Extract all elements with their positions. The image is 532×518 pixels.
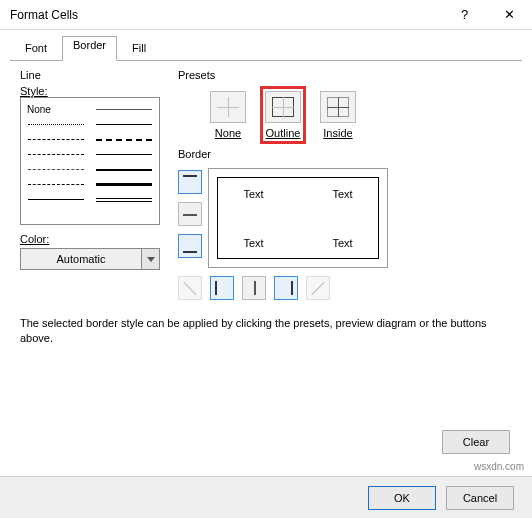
border-right-button[interactable] bbox=[274, 276, 298, 300]
line-style-double[interactable] bbox=[93, 192, 155, 207]
tab-border[interactable]: Border bbox=[62, 36, 117, 61]
line-style-picker[interactable]: None bbox=[20, 97, 160, 225]
line-style-solid[interactable] bbox=[25, 192, 87, 207]
border-diag-down-button[interactable] bbox=[178, 276, 202, 300]
line-style-dashthick[interactable] bbox=[93, 132, 155, 147]
line-style-dash2[interactable] bbox=[25, 162, 87, 177]
window-title: Format Cells bbox=[10, 8, 78, 22]
color-dropdown[interactable]: Automatic bbox=[20, 248, 160, 270]
color-label: Color: bbox=[20, 233, 160, 245]
line-style-solid15b[interactable] bbox=[93, 147, 155, 162]
line-style-dotted[interactable] bbox=[25, 117, 87, 132]
watermark: wsxdn.com bbox=[474, 461, 524, 472]
line-style-solid15[interactable] bbox=[93, 117, 155, 132]
ok-button[interactable]: OK bbox=[368, 486, 436, 510]
chevron-down-icon bbox=[141, 249, 159, 269]
preset-none-icon bbox=[210, 91, 246, 123]
line-style-dash1[interactable] bbox=[25, 147, 87, 162]
tab-bar: Font Border Fill bbox=[0, 30, 532, 61]
tab-fill[interactable]: Fill bbox=[117, 36, 161, 61]
border-hmiddle-button[interactable] bbox=[178, 202, 202, 226]
border-top-button[interactable] bbox=[178, 170, 202, 194]
dialog-footer: OK Cancel bbox=[0, 476, 532, 518]
line-style-solid2[interactable] bbox=[93, 162, 155, 177]
border-left-button[interactable] bbox=[210, 276, 234, 300]
preset-outline-icon bbox=[265, 91, 301, 123]
titlebar: Format Cells ? ✕ bbox=[0, 0, 532, 30]
line-group-label: Line bbox=[20, 69, 160, 81]
line-style-thin[interactable] bbox=[93, 102, 155, 117]
line-style-dotted2[interactable] bbox=[25, 132, 87, 147]
border-vmiddle-button[interactable] bbox=[242, 276, 266, 300]
presets-group-label: Presets bbox=[178, 69, 512, 81]
preset-inside[interactable]: Inside bbox=[320, 91, 356, 139]
color-value: Automatic bbox=[21, 253, 141, 265]
line-style-none[interactable]: None bbox=[25, 102, 87, 117]
border-group-label: Border bbox=[178, 148, 512, 160]
preset-outline[interactable]: Outline bbox=[260, 86, 306, 144]
description-text: The selected border style can be applied… bbox=[0, 300, 532, 347]
preset-none[interactable]: None bbox=[210, 91, 246, 139]
line-style-dash3[interactable] bbox=[25, 177, 87, 192]
preset-inside-icon bbox=[320, 91, 356, 123]
tab-font[interactable]: Font bbox=[10, 36, 62, 61]
style-label: Style: bbox=[20, 85, 160, 97]
help-button[interactable]: ? bbox=[442, 0, 487, 30]
line-style-solid3[interactable] bbox=[93, 177, 155, 192]
border-preview[interactable]: Text Text Text Text bbox=[208, 168, 388, 268]
close-button[interactable]: ✕ bbox=[487, 0, 532, 30]
border-diag-up-button[interactable] bbox=[306, 276, 330, 300]
cancel-button[interactable]: Cancel bbox=[446, 486, 514, 510]
border-bottom-button[interactable] bbox=[178, 234, 202, 258]
clear-button[interactable]: Clear bbox=[442, 430, 510, 454]
